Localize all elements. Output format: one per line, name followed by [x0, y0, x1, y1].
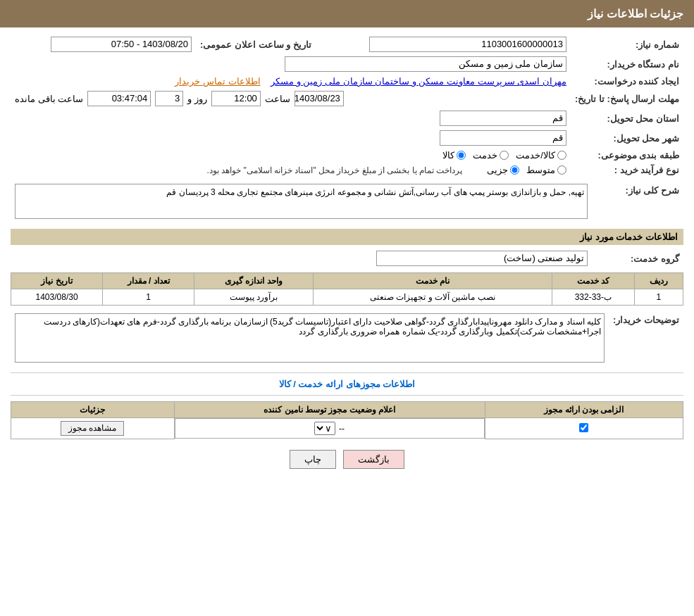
- col-radif: ردیف: [634, 273, 683, 289]
- radio-kala-khadamat[interactable]: [557, 151, 566, 160]
- col-nam: نام خدمت: [313, 273, 552, 289]
- cell-kod: ب-33-332: [552, 289, 634, 306]
- license-table-row: --∨مشاهده مجوز: [11, 418, 683, 439]
- saat-label: ساعت: [265, 94, 290, 104]
- col-vahed: واحد اندازه گیری: [194, 273, 314, 289]
- sharh-textarea[interactable]: [15, 184, 588, 219]
- nam-dastgah-value: سازمان ملی زمین و مسکن: [285, 56, 566, 72]
- cell-vahed: برآورد پیوست: [194, 289, 314, 306]
- motavasset-label: متوسط: [526, 165, 555, 175]
- print-button[interactable]: چاپ: [290, 450, 336, 469]
- licenses-link[interactable]: اطلاعات مجوزهای ارائه خدمت / کالا: [11, 379, 683, 389]
- shahr-value: قم: [440, 130, 566, 146]
- saat-baqi-label: ساعت باقی مانده: [15, 94, 83, 104]
- ostan-label: استان محل تحویل:: [571, 108, 683, 128]
- sharh-label: شرح کلی نیاز:: [592, 182, 683, 223]
- ijad-konande-link[interactable]: مهران اسدی سرپرست معاونت مسکن و ساختمان …: [271, 76, 566, 87]
- action-buttons: بازگشت چاپ: [11, 450, 683, 469]
- kala-label: کالا: [442, 150, 454, 161]
- table-row: 1ب-33-332نصب ماشین آلات و تجهیزات صنعتیب…: [11, 289, 683, 306]
- page-title: جزئیات اطلاعات نیاز: [0, 0, 694, 27]
- vaziat-select[interactable]: ∨: [314, 422, 335, 435]
- shomare-niaz-label: شماره نیاز:: [571, 34, 683, 54]
- mohlat-baqi-value: 03:47:04: [87, 91, 151, 106]
- lic-col-vaziat: اعلام وضعیت مجوز توسط نامین کننده: [174, 402, 485, 418]
- cell-tarikh: 1403/08/30: [11, 289, 103, 306]
- lic-col-elzami: الزامی بودن ارائه مجوز: [485, 402, 683, 418]
- grohe-khadamat-value: تولید صنعتی (ساخت): [376, 251, 588, 266]
- tosih-label: توضیحات خریدار:: [609, 311, 683, 367]
- ijad-konande-label: ایجاد کننده درخواست:: [571, 74, 683, 89]
- elzami-checkbox[interactable]: [579, 423, 588, 432]
- cell-tedad: 1: [103, 289, 194, 306]
- shomare-niaz-value: 1103001600000013: [369, 37, 566, 52]
- back-button[interactable]: بازگشت: [343, 450, 404, 469]
- ostan-value: قم: [440, 111, 566, 126]
- jozii-label: جزیی: [487, 165, 508, 175]
- radio-kala[interactable]: [457, 151, 466, 160]
- cell-nam: نصب ماشین آلات و تجهیزات صنعتی: [313, 289, 552, 306]
- tosih-textarea[interactable]: [15, 313, 605, 363]
- services-table: ردیف کد خدمت نام خدمت واحد اندازه گیری ت…: [11, 272, 683, 306]
- tabaqe-label: طبقه بندی موضوعی:: [571, 148, 683, 163]
- radio-motavasset[interactable]: [557, 165, 566, 175]
- nam-dastgah-label: نام دستگاه خریدار:: [571, 54, 683, 74]
- lic-joziyat-cell: مشاهده مجوز: [11, 418, 175, 439]
- grohe-khadamat-label: گروه خدمت:: [592, 249, 683, 268]
- mohlat-label: مهلت ارسال پاسخ: تا تاریخ:: [571, 89, 683, 108]
- noe-farayand-label: نوع فرآیند خرید :: [571, 163, 683, 177]
- roz-label: روز و: [187, 94, 207, 104]
- mohlat-saat: 12:00: [211, 91, 261, 106]
- radio-khadamat[interactable]: [500, 151, 509, 160]
- cell-radif: 1: [634, 289, 683, 306]
- kala-khadamat-label: کالا/خدمت: [516, 150, 555, 161]
- khadamat-section-header: اطلاعات خدمات مورد نیاز: [11, 229, 683, 245]
- tarikh-label: تاریخ و ساعت اعلان عمومی:: [196, 34, 316, 54]
- lic-elzami-cell: [485, 418, 683, 439]
- col-tedad: تعداد / مقدار: [103, 273, 194, 289]
- view-license-button[interactable]: مشاهده مجوز: [61, 421, 124, 436]
- lic-col-joziyat: جزئیات: [11, 402, 175, 418]
- shahr-label: شهر محل تحویل:: [571, 128, 683, 148]
- col-kod: کد خدمت: [552, 273, 634, 289]
- radio-jozii[interactable]: [510, 165, 519, 175]
- col-tarikh: تاریخ نیاز: [11, 273, 103, 289]
- khadamat-label: خدمت: [473, 150, 497, 161]
- lic-vaziat-cell: --∨: [175, 418, 485, 439]
- tarikh-value: 1403/08/20 - 07:50: [51, 37, 192, 52]
- license-table: الزامی بودن ارائه مجوز اعلام وضعیت مجوز …: [11, 401, 683, 439]
- contact-link[interactable]: اطلاعات تماس خریدار: [175, 76, 260, 87]
- farayand-notice: پرداخت تمام یا بخشی از مبلغ خریداز محل "…: [207, 165, 463, 175]
- mohlat-date: 1403/08/23: [295, 91, 344, 106]
- mohlat-roz: 3: [155, 91, 183, 106]
